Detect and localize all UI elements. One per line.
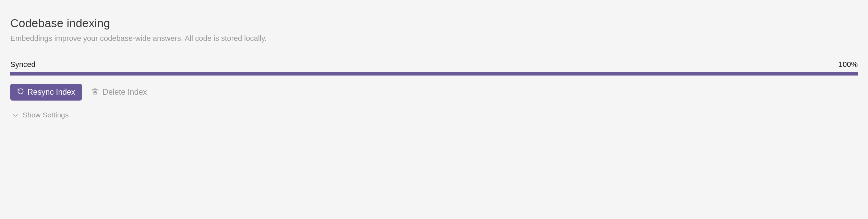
delete-index-button[interactable]: Delete Index [92, 88, 147, 97]
resync-index-button[interactable]: Resync Index [10, 84, 82, 101]
page-title: Codebase indexing [10, 16, 858, 30]
status-percent: 100% [839, 60, 858, 69]
chevron-down-icon [12, 111, 19, 119]
progress-fill [10, 72, 858, 76]
refresh-icon [17, 88, 24, 97]
show-settings-button[interactable]: Show Settings [10, 111, 69, 119]
show-settings-label: Show Settings [23, 111, 69, 119]
resync-index-label: Resync Index [27, 88, 75, 97]
status-row: Synced 100% [10, 60, 858, 69]
progress-bar [10, 72, 858, 76]
status-label: Synced [10, 60, 35, 69]
delete-index-label: Delete Index [103, 88, 147, 97]
page-subtitle: Embeddings improve your codebase-wide an… [10, 34, 858, 43]
trash-icon [92, 88, 98, 97]
button-row: Resync Index Delete Index [10, 84, 858, 101]
